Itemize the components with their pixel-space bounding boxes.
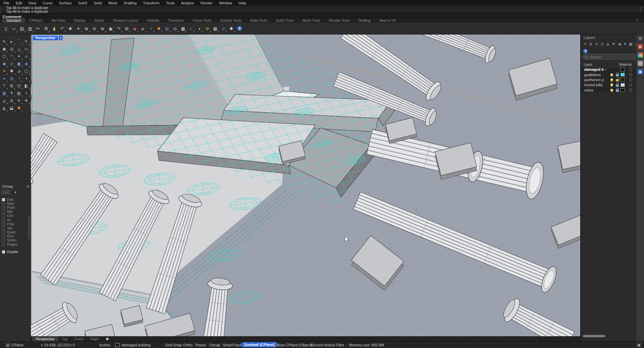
auto-cplane-button[interactable]: Auto CPlane (Object) xyxy=(277,342,312,348)
checkbox[interactable] xyxy=(2,202,5,205)
explode-icon[interactable]: ✶ xyxy=(1,67,8,74)
copy-icon[interactable]: ⧉ xyxy=(42,25,50,33)
layer-name[interactable]: guidelines xyxy=(581,73,604,77)
lock-cell[interactable] xyxy=(614,73,620,76)
material-circle-icon[interactable] xyxy=(629,89,632,92)
layer-row-notes[interactable]: notes xyxy=(581,88,644,93)
toolbar-tab-subd-tools[interactable]: SubD Tools xyxy=(271,18,298,23)
checkbox[interactable]: ✓ xyxy=(2,198,5,201)
help-icon[interactable]: ? xyxy=(236,25,243,33)
layer-row-locked-pilla[interactable]: locked pilla xyxy=(581,82,644,88)
fillet-icon[interactable]: ⊿ xyxy=(15,67,22,74)
print-icon[interactable]: ▥ xyxy=(26,25,34,33)
layer-row-damaged-b[interactable]: damaged b✓ xyxy=(581,67,644,72)
curve-icon[interactable]: ⌒ xyxy=(15,38,22,45)
rendering-panel-tab[interactable]: ▣ xyxy=(638,69,643,74)
units-button[interactable]: Inches xyxy=(99,342,110,348)
lock-cell[interactable] xyxy=(614,88,620,92)
toolbar-tab-mesh-tools[interactable]: Mesh Tools xyxy=(298,18,325,23)
checkbox[interactable] xyxy=(2,219,5,222)
checkbox[interactable] xyxy=(2,227,5,230)
viewport-tab-right[interactable]: Right xyxy=(87,337,102,342)
menu-subd[interactable]: SubD xyxy=(78,1,88,5)
mesh-icon[interactable]: ▦ xyxy=(1,90,8,97)
coordinate-system-button[interactable]: CPlane xyxy=(11,342,23,348)
layer-color-swatch[interactable] xyxy=(621,83,625,87)
new-file-icon[interactable]: ▯ xyxy=(2,25,10,33)
menu-analyze[interactable]: Analyze xyxy=(181,1,194,5)
osnap-item-mid[interactable]: Mid xyxy=(2,210,31,214)
open-file-icon[interactable]: ▱ xyxy=(10,25,18,33)
light-icon[interactable]: ✱ xyxy=(15,104,22,111)
redo-view-icon[interactable]: ↷ xyxy=(115,25,122,33)
checkbox[interactable] xyxy=(2,235,5,238)
link-icon[interactable]: ◎ xyxy=(219,25,227,33)
toggle-planar[interactable]: Planar xyxy=(195,342,206,348)
grid-options-icon[interactable]: ▦ xyxy=(179,25,187,33)
split-icon[interactable]: ◧ xyxy=(23,82,30,89)
cplane-icon[interactable]: ◈ xyxy=(139,25,147,33)
lock-cell[interactable] xyxy=(614,83,620,87)
checkbox[interactable] xyxy=(2,231,5,234)
rectangle-icon[interactable]: ▭ xyxy=(23,45,30,52)
circle-icon[interactable]: ◉ xyxy=(1,45,8,52)
move-icon[interactable]: ✛ xyxy=(75,25,82,33)
toggle-ortho[interactable]: Ortho xyxy=(183,342,193,348)
checkbox[interactable] xyxy=(2,239,5,242)
section-icon[interactable]: ⬓ xyxy=(8,104,15,111)
menu-mesh[interactable]: Mesh xyxy=(108,1,117,5)
toolbar-tab-display[interactable]: Display xyxy=(70,18,90,23)
menu-transform[interactable]: Transform xyxy=(143,1,160,5)
filter-toggle[interactable]: Filter xyxy=(336,342,344,348)
named-view-icon[interactable]: ◆ xyxy=(131,25,139,33)
sphere-icon[interactable]: ◇ xyxy=(8,60,15,67)
toggle-grid-snap[interactable]: Grid Snap xyxy=(165,342,182,348)
toolbar-tab-solid-tools[interactable]: Solid Tools xyxy=(246,18,271,23)
layers-help-icon[interactable]: ? xyxy=(583,49,588,53)
toggle-osnap[interactable]: Osnap xyxy=(209,342,220,348)
properties-panel-tab[interactable]: ▭ xyxy=(638,61,643,66)
extrude-icon[interactable]: ● xyxy=(1,75,8,82)
bulb-icon[interactable] xyxy=(610,83,613,86)
curve-boolean-icon[interactable]: ⊘ xyxy=(8,97,15,104)
move-up-icon[interactable]: ▲ xyxy=(606,42,610,46)
toolbar-tab-transform[interactable]: Transform xyxy=(164,18,188,23)
visibility-cell[interactable] xyxy=(609,83,614,86)
zoom-window-icon[interactable]: ⊗ xyxy=(99,25,106,33)
lamp-icon[interactable]: ⊙ xyxy=(171,25,179,33)
lock-icon[interactable] xyxy=(616,90,619,92)
shade-icon[interactable]: ◍ xyxy=(163,25,171,33)
disable-checkbox[interactable]: ✓ xyxy=(2,250,5,253)
checkbox[interactable] xyxy=(2,214,5,217)
sweep-icon[interactable]: ◖ xyxy=(23,75,30,82)
menu-solid[interactable]: Solid xyxy=(94,1,102,5)
osnap-item-cen[interactable]: Cen xyxy=(2,214,31,218)
bulb-icon[interactable] xyxy=(610,73,613,76)
status-panel-icon[interactable]: ▣ xyxy=(637,343,641,347)
toolbar-tab-drafting[interactable]: Drafting xyxy=(354,18,375,23)
zoom-in-icon[interactable]: ⊕ xyxy=(83,25,90,33)
menu-surface[interactable]: Surface xyxy=(59,1,72,5)
offset-icon[interactable]: ⊡ xyxy=(15,82,22,89)
loft-icon[interactable]: ◍ xyxy=(8,75,15,82)
pan-icon[interactable]: ✥ xyxy=(66,25,74,33)
control-point-curve-icon[interactable]: ✎ xyxy=(23,38,30,45)
undo-icon[interactable]: ↶ xyxy=(58,25,66,33)
layers-search-box[interactable] xyxy=(582,54,643,60)
osnap-item-perp[interactable]: Perp xyxy=(2,222,31,226)
toolbar-tab-curve-tools[interactable]: Curve Tools xyxy=(189,18,216,23)
arc-icon[interactable]: ◠ xyxy=(8,53,15,60)
viewport-title[interactable]: Perspective ▼ xyxy=(33,36,63,40)
render-icon[interactable]: ✸ xyxy=(155,25,163,33)
viewport-canvas[interactable] xyxy=(31,35,580,336)
material-circle-icon[interactable] xyxy=(629,78,632,81)
layer-name[interactable]: notes xyxy=(581,88,604,92)
checkbox[interactable] xyxy=(2,243,5,246)
lock-icon[interactable] xyxy=(616,74,619,76)
subselect-icon[interactable]: ▸ xyxy=(8,38,15,45)
surface-icon[interactable]: ▤ xyxy=(15,90,22,97)
select-arrow-icon[interactable]: ↖ xyxy=(1,38,8,45)
layer-name[interactable]: locked pilla xyxy=(581,83,604,87)
perspective-viewport[interactable]: Perspective ▼ xyxy=(31,35,580,336)
environment-icon[interactable]: ◑ xyxy=(195,25,203,33)
